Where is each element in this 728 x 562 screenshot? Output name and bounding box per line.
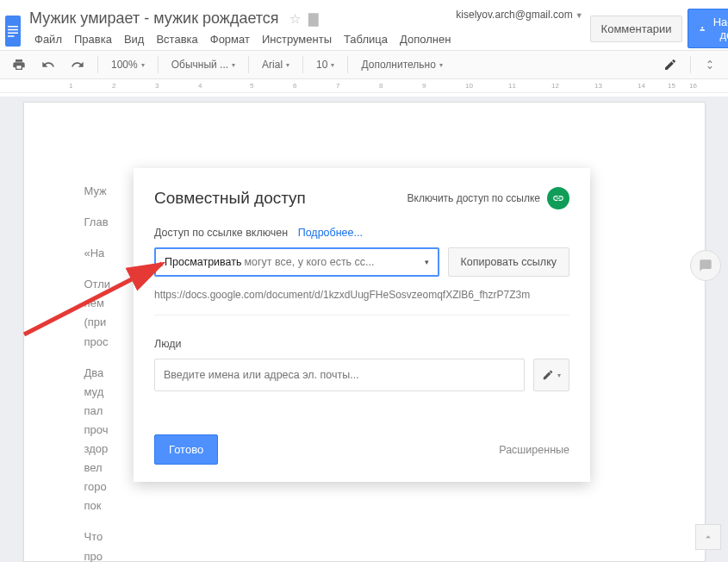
menu-format[interactable]: Формат [205,30,255,48]
redo-icon[interactable] [65,54,90,75]
font-dropdown[interactable]: Arial [257,55,295,74]
permission-dropdown[interactable] [533,359,569,391]
share-button-label: Настройки доступа [711,16,728,41]
separator [248,56,249,73]
link-icon[interactable] [547,187,569,209]
link-toggle-label: Включить доступ по ссылке [408,192,541,204]
share-url[interactable]: https://docs.google.com/document/d/1kzxd… [154,285,569,315]
docs-logo[interactable] [5,16,21,47]
svg-rect-3 [8,35,15,37]
svg-rect-0 [8,26,18,28]
svg-rect-2 [8,33,18,34]
user-email[interactable]: kiselyov.arch@gmail.com▼ [456,9,582,21]
para: Что про - сот ноутбук с огромным экраном… [84,528,644,562]
menu-view[interactable]: Вид [119,30,150,48]
access-scope-label: могут все, у кого есть сс... [244,256,419,268]
advanced-link[interactable]: Расширенные [499,444,569,456]
menu-edit[interactable]: Правка [69,30,117,48]
doc-title[interactable]: Мужик умирает - мужик рождается [29,9,279,28]
menu-file[interactable]: Файл [29,30,67,48]
menu-insert[interactable]: Вставка [151,30,202,48]
user-email-text: kiselyov.arch@gmail.com [456,9,572,21]
comments-button[interactable]: Комментарии [590,16,683,42]
access-level-label: Просматривать [165,256,241,268]
folder-icon[interactable]: ▇ [308,11,319,27]
size-dropdown[interactable]: 10 [311,55,339,74]
toolbar: 100% Обычный ... Arial 10 Дополнительно [0,50,728,79]
done-button[interactable]: Готово [154,434,218,465]
print-icon[interactable] [7,54,31,75]
separator [347,56,348,73]
menu-table[interactable]: Таблица [339,30,393,48]
people-label: Люди [154,338,569,350]
header: Мужик умирает - мужик рождается ☆ ▇ Файл… [0,0,728,50]
menu-tools[interactable]: Инструменты [257,30,337,48]
learn-more-link[interactable]: Подробнее... [298,227,363,239]
title-area: Мужик умирает - мужик рождается ☆ ▇ Файл… [29,9,456,48]
separator [690,56,691,73]
separator [302,56,303,73]
star-icon[interactable]: ☆ [289,11,301,27]
more-dropdown[interactable]: Дополнительно [356,55,447,74]
undo-icon[interactable] [36,54,60,75]
menubar: Файл Правка Вид Вставка Формат Инструмен… [29,30,456,48]
expand-icon[interactable] [699,55,721,74]
share-dialog: Совместный доступ Включить доступ по ссы… [134,168,590,482]
collapse-button[interactable] [695,524,721,550]
svg-rect-1 [8,29,18,31]
style-dropdown[interactable]: Обычный ... [166,55,240,74]
explore-button[interactable] [690,250,721,281]
share-button[interactable]: Настройки доступа [688,9,728,48]
edit-mode-icon[interactable] [658,54,682,75]
separator [158,56,159,73]
people-input[interactable] [154,359,525,391]
caret-icon: ▼ [576,11,583,20]
dialog-title: Совместный доступ [154,189,408,208]
access-dropdown[interactable]: Просматривать могут все, у кого есть сс.… [154,247,439,277]
separator [97,56,98,73]
menu-addons[interactable]: Дополнен [395,30,456,48]
ruler: 1 2 3 4 5 6 7 8 9 10 11 12 13 14 15 16 [0,79,728,93]
copy-link-button[interactable]: Копировать ссылку [448,247,569,277]
zoom-dropdown[interactable]: 100% [106,55,150,74]
link-status: Доступ по ссылке включен Подробнее... [154,227,569,239]
